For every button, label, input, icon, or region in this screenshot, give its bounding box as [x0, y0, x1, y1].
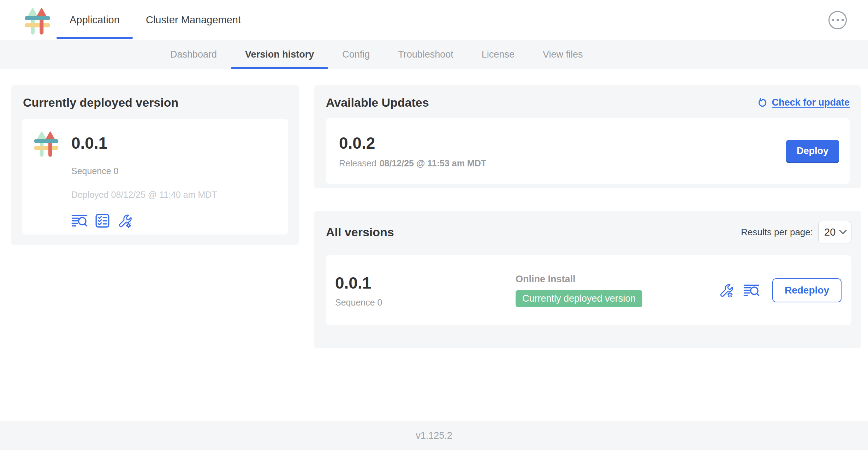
edit-config-button[interactable]	[117, 213, 132, 228]
admin-console-version: v1.125.2	[416, 430, 452, 441]
deployed-sequence: Sequence 0	[71, 166, 288, 176]
app-version-icon	[32, 128, 60, 160]
subtab-license[interactable]: License	[468, 40, 529, 69]
row-edit-config-button[interactable]	[719, 283, 733, 298]
app-subnav: Dashboard Version history Config Trouble…	[0, 40, 868, 69]
app-logo	[0, 0, 57, 40]
main-content: Currently deployed version 0.0.1 Sequenc…	[0, 69, 868, 421]
subtab-troubleshoot[interactable]: Troubleshoot	[384, 40, 468, 69]
update-released-line: Released08/12/25 @ 11:53 am MDT	[339, 158, 486, 168]
subtab-view-files[interactable]: View files	[529, 40, 597, 69]
available-updates-panel: Available Updates Check for update 0.0.2…	[314, 85, 861, 188]
row-version-number: 0.0.1	[335, 273, 516, 292]
deploy-button[interactable]: Deploy	[786, 140, 839, 162]
top-header: Application Cluster Management	[0, 0, 868, 40]
top-nav: Application Cluster Management	[57, 0, 254, 40]
available-update-row: 0.0.2 Released08/12/25 @ 11:53 am MDT De…	[326, 118, 850, 184]
subtab-dashboard-label: Dashboard	[170, 49, 217, 60]
config-wrench-gear-icon	[719, 283, 733, 298]
version-row: 0.0.1 Sequence 0 Online Install Currentl…	[326, 255, 851, 325]
subtab-troubleshoot-label: Troubleshoot	[398, 49, 453, 60]
subtab-dashboard[interactable]: Dashboard	[156, 40, 231, 69]
redeploy-button[interactable]: Redeploy	[772, 278, 842, 302]
view-logs-icon	[71, 214, 88, 227]
subtab-license-label: License	[482, 49, 515, 60]
install-type-label: Online Install	[516, 274, 642, 285]
view-deploy-logs-button[interactable]	[71, 214, 88, 227]
currently-deployed-title: Currently deployed version	[23, 96, 288, 109]
row-view-logs-button[interactable]	[743, 284, 760, 297]
refresh-icon	[757, 97, 768, 108]
page-footer: v1.125.2	[0, 421, 868, 450]
currently-deployed-badge: Currently deployed version	[516, 290, 642, 307]
check-for-update-label: Check for update	[772, 97, 850, 108]
tab-cluster-management[interactable]: Cluster Management	[133, 0, 254, 40]
config-wrench-gear-icon	[117, 213, 132, 228]
subtab-version-history[interactable]: Version history	[231, 40, 328, 69]
row-sequence: Sequence 0	[335, 297, 516, 308]
subtab-version-history-label: Version history	[245, 49, 314, 60]
subtab-config[interactable]: Config	[328, 40, 384, 69]
preflight-results-button[interactable]	[95, 214, 109, 228]
deployed-timestamp: Deployed 08/12/25 @ 11:40 am MDT	[71, 190, 288, 200]
update-version-number: 0.0.2	[339, 134, 486, 153]
tab-cluster-management-label: Cluster Management	[146, 14, 241, 26]
preflight-checklist-icon	[95, 214, 109, 228]
app-logo-icon	[22, 5, 53, 35]
view-logs-icon	[743, 284, 760, 297]
all-versions-panel: All versions Results per page: 20 0.0.1 …	[314, 211, 861, 348]
more-menu-button[interactable]	[828, 11, 847, 29]
currently-deployed-panel: Currently deployed version 0.0.1 Sequenc…	[11, 85, 299, 245]
deployed-version-number: 0.0.1	[71, 128, 288, 158]
all-versions-title: All versions	[326, 225, 394, 239]
available-updates-title: Available Updates	[326, 96, 429, 109]
tab-application-label: Application	[70, 14, 120, 26]
ellipsis-icon	[832, 19, 844, 21]
results-per-page-select[interactable]: 20	[818, 221, 851, 243]
deployed-actions	[71, 213, 288, 228]
subtab-config-label: Config	[342, 49, 370, 60]
check-for-update-link[interactable]: Check for update	[757, 97, 850, 108]
currently-deployed-card: 0.0.1 Sequence 0 Deployed 08/12/25 @ 11:…	[22, 119, 288, 235]
tab-application[interactable]: Application	[57, 0, 133, 40]
results-per-page-label: Results per page:	[741, 227, 813, 238]
subtab-view-files-label: View files	[543, 49, 583, 60]
